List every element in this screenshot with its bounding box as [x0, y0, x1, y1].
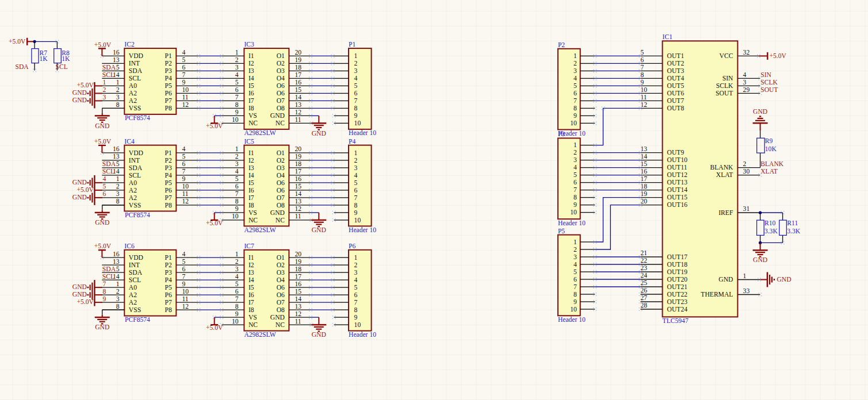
svg-text:10: 10: [232, 317, 239, 325]
svg-text:10: 10: [570, 118, 577, 127]
svg-text:+5.0V: +5.0V: [770, 51, 786, 60]
svg-text:GND: GND: [777, 275, 791, 283]
svg-text:NC: NC: [276, 216, 285, 224]
svg-text:XLAT: XLAT: [760, 167, 778, 175]
svg-text:OUT8: OUT8: [667, 103, 685, 112]
svg-text:GND: GND: [753, 107, 767, 116]
svg-text:12: 12: [182, 100, 189, 109]
svg-text:10: 10: [232, 115, 239, 124]
svg-text:P5: P5: [558, 226, 565, 235]
svg-text:P2: P2: [558, 40, 565, 49]
svg-text:IC1: IC1: [663, 33, 672, 41]
svg-text:P8: P8: [165, 201, 172, 209]
svg-text:8: 8: [116, 302, 120, 310]
svg-text:IC5: IC5: [244, 137, 254, 145]
svg-text:10: 10: [570, 208, 577, 217]
svg-text:GND: GND: [95, 323, 109, 332]
svg-text:NC: NC: [248, 216, 258, 224]
svg-text:OUT16: OUT16: [667, 201, 687, 209]
svg-text:IC4: IC4: [124, 137, 135, 145]
svg-text:IC3: IC3: [244, 40, 254, 48]
svg-text:Header 10: Header 10: [349, 330, 376, 339]
svg-text:8: 8: [116, 100, 120, 109]
svg-text:PCF8574: PCF8574: [125, 114, 150, 122]
svg-text:GND: GND: [312, 225, 326, 234]
svg-text:P4: P4: [349, 137, 356, 145]
svg-text:+5.0V: +5.0V: [9, 37, 25, 45]
svg-text:GND: GND: [95, 121, 109, 130]
svg-text:SOUT: SOUT: [716, 89, 733, 97]
svg-text:11: 11: [295, 212, 301, 221]
svg-text:GND: GND: [72, 96, 87, 105]
svg-text:12: 12: [182, 302, 189, 310]
svg-text:NC: NC: [248, 320, 258, 329]
svg-text:GND: GND: [753, 256, 767, 264]
svg-text:NC: NC: [248, 118, 258, 127]
svg-text:THERMAL: THERMAL: [701, 290, 733, 299]
svg-text:+5.0V: +5.0V: [94, 242, 111, 251]
svg-text:P8: P8: [165, 103, 172, 112]
svg-text:VSS: VSS: [129, 201, 141, 209]
svg-text:9: 9: [103, 294, 106, 303]
svg-text:10: 10: [354, 320, 361, 329]
svg-text:A2982SLW: A2982SLW: [244, 330, 276, 339]
svg-text:SDA: SDA: [16, 62, 29, 71]
svg-text:3.3K: 3.3K: [764, 226, 778, 235]
svg-text:Header 10: Header 10: [558, 315, 586, 324]
svg-text:+5.0V: +5.0V: [77, 185, 94, 194]
svg-text:+5.0V: +5.0V: [94, 137, 111, 145]
svg-text:10: 10: [354, 216, 361, 224]
svg-text:IREF: IREF: [718, 208, 733, 217]
svg-text:1: 1: [743, 271, 747, 280]
svg-text:A2982SLW: A2982SLW: [244, 129, 276, 137]
svg-text:IC6: IC6: [124, 241, 134, 250]
svg-text:10: 10: [570, 305, 577, 313]
svg-text:32: 32: [743, 48, 750, 56]
svg-text:3.3K: 3.3K: [787, 226, 800, 235]
svg-text:SCL: SCL: [56, 62, 68, 71]
svg-text:VSS: VSS: [129, 305, 141, 314]
svg-text:XLAT: XLAT: [716, 171, 733, 179]
svg-text:SOUT: SOUT: [760, 85, 778, 94]
svg-text:30: 30: [743, 167, 750, 175]
svg-text:GND: GND: [312, 129, 326, 137]
svg-text:+5.0V: +5.0V: [77, 81, 94, 90]
svg-text:Header 10: Header 10: [349, 129, 376, 137]
svg-text:3: 3: [103, 93, 106, 101]
svg-text:11: 11: [295, 115, 301, 124]
svg-text:P8: P8: [165, 305, 172, 314]
svg-text:8: 8: [116, 197, 120, 206]
svg-text:GND: GND: [312, 330, 326, 339]
svg-text:OUT24: OUT24: [667, 305, 688, 313]
svg-text:+5.0V: +5.0V: [206, 218, 223, 227]
svg-text:+5.0V: +5.0V: [206, 323, 223, 332]
svg-text:A2982SLW: A2982SLW: [244, 225, 276, 234]
svg-text:IC2: IC2: [124, 40, 134, 48]
svg-text:P3: P3: [558, 130, 565, 139]
svg-text:+5.0V: +5.0V: [94, 40, 111, 49]
svg-text:+5.0V: +5.0V: [206, 122, 223, 130]
svg-text:Header 10: Header 10: [558, 218, 586, 227]
svg-text:IC7: IC7: [244, 241, 254, 250]
svg-text:NC: NC: [276, 118, 285, 127]
svg-text:VSS: VSS: [129, 103, 141, 112]
svg-text:+5.0V: +5.0V: [77, 297, 94, 306]
svg-text:6: 6: [103, 190, 106, 198]
svg-text:11: 11: [295, 317, 301, 325]
svg-text:1K: 1K: [40, 54, 48, 63]
svg-text:TLC5947: TLC5947: [663, 316, 689, 325]
svg-text:10: 10: [232, 212, 239, 221]
svg-text:P1: P1: [349, 40, 355, 48]
svg-text:VCC: VCC: [720, 51, 733, 60]
svg-text:33: 33: [743, 286, 750, 295]
svg-text:29: 29: [743, 85, 750, 94]
svg-text:PCF8574: PCF8574: [125, 315, 150, 324]
svg-text:NC: NC: [276, 320, 285, 329]
svg-text:P6: P6: [349, 241, 355, 250]
svg-text:GND: GND: [718, 275, 733, 284]
svg-text:Header 10: Header 10: [349, 225, 376, 234]
svg-text:10: 10: [354, 118, 361, 127]
svg-text:GND: GND: [95, 218, 109, 226]
svg-text:12: 12: [182, 197, 189, 206]
svg-text:31: 31: [743, 205, 750, 213]
